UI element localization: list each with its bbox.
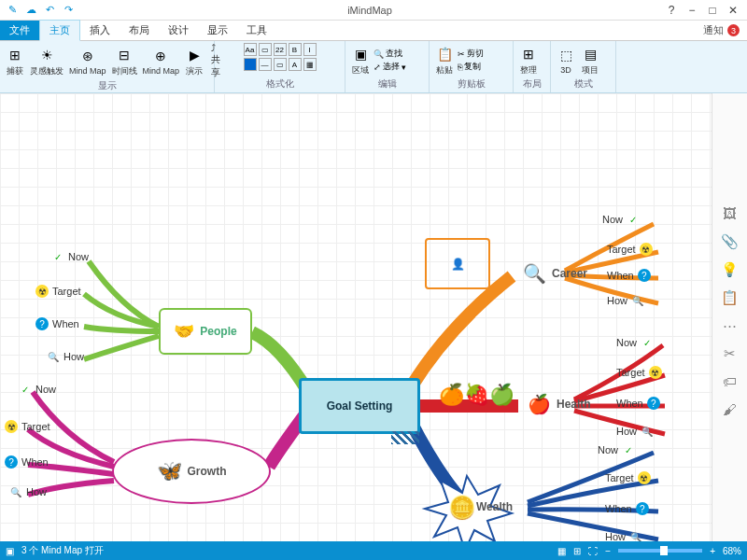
ribbon-group-display: ⊞捕获 ☀灵感触发 ⊛Mind Map ⊟时间线 ⊕Mind Map ▶演示 ⤴…: [0, 41, 215, 92]
ribbon-group-edit: ▣区域 🔍 查找⤢ 选择▾ 编辑: [345, 41, 430, 92]
region-button[interactable]: ▣区域: [349, 44, 372, 77]
branch-health[interactable]: 🍎Health: [518, 387, 600, 421]
ribbon-group-label: 布局: [517, 77, 546, 91]
ribbon-group-arrange: ⊞整理 布局: [514, 41, 551, 92]
ribbon-group-clipboard: 📋粘贴 ✂ 剪切⎘ 复制 剪贴板: [430, 41, 514, 92]
brush-tool-icon[interactable]: 🖌: [721, 401, 740, 420]
status-view2-icon[interactable]: ⊞: [573, 546, 581, 556]
side-toolstrip: 🖼 📎 💡 📋 ⋯ ✂ 🏷 🖌: [712, 93, 747, 541]
ribbon-group-label: 显示: [4, 79, 210, 92]
branch-growth[interactable]: 🦋Growth: [112, 439, 271, 504]
more-tool-icon[interactable]: ⋯: [721, 317, 740, 336]
tab-tools[interactable]: 工具: [237, 21, 276, 40]
menubar: 文件 主页 插入 布局 设计 显示 工具 通知 3: [0, 21, 747, 41]
brainstorm-button[interactable]: ☀灵感触发: [28, 45, 65, 78]
status-fit-icon[interactable]: ⛶: [588, 546, 598, 556]
image-tool-icon[interactable]: 🖼: [721, 205, 740, 224]
zoom-slider[interactable]: [618, 549, 702, 553]
branch-career[interactable]: 🔍Career: [514, 257, 597, 290]
ribbon-group-format: Aa▭22BI —▭A▦ 格式化: [215, 41, 345, 92]
tab-insert[interactable]: 插入: [80, 21, 120, 40]
wealth-image: 🪙: [448, 495, 476, 521]
ribbon-group-label: 模式: [555, 77, 612, 91]
undo-icon[interactable]: ↶: [43, 4, 56, 17]
zoom-value: 68%: [723, 546, 741, 556]
zoom-in-button[interactable]: +: [710, 546, 715, 556]
paste-button[interactable]: 📋粘贴: [433, 44, 456, 77]
attach-tool-icon[interactable]: 📎: [721, 233, 740, 252]
mindmap-canvas[interactable]: Goal Setting 🤝People 🦋Growth 🔍Career 👤 🍎…: [0, 93, 712, 541]
ribbon-group-label: 格式化: [218, 77, 341, 91]
ribbon-group-label: 剪贴板: [433, 77, 509, 91]
notifications[interactable]: 通知 3: [696, 23, 747, 37]
health-image: 🍊🍓🍏: [439, 383, 514, 407]
edit-icon[interactable]: ✎: [6, 4, 19, 17]
ribbon: ⊞捕获 ☀灵感触发 ⊛Mind Map ⊟时间线 ⊕Mind Map ▶演示 ⤴…: [0, 41, 747, 93]
project-button[interactable]: ▤项目: [579, 44, 601, 77]
note-tool-icon[interactable]: 📋: [721, 289, 740, 308]
zoom-out-button[interactable]: −: [605, 546, 611, 556]
tab-layout[interactable]: 布局: [120, 21, 159, 40]
cut-tool-icon[interactable]: ✂: [721, 345, 740, 364]
tab-display[interactable]: 显示: [198, 21, 237, 40]
maximize-button[interactable]: □: [706, 4, 719, 17]
capture-button[interactable]: ⊞捕获: [4, 45, 26, 78]
minimize-button[interactable]: −: [685, 4, 698, 17]
tag-tool-icon[interactable]: 🏷: [721, 373, 740, 392]
mindmap2-button[interactable]: ⊕Mind Map: [141, 46, 182, 77]
help-button[interactable]: ?: [665, 4, 678, 17]
cloud-icon[interactable]: ☁: [24, 4, 37, 17]
titlebar: ✎ ☁ ↶ ↷ iMindMap ? − □ ✕: [0, 0, 747, 21]
file-menu[interactable]: 文件: [0, 21, 39, 40]
ribbon-group-mode: ⬚3D ▤项目 模式: [551, 41, 616, 92]
statusbar: ▣ 3 个 Mind Map 打开 ▦ ⊞ ⛶ − + 68%: [0, 541, 747, 560]
idea-tool-icon[interactable]: 💡: [721, 261, 740, 280]
career-image: 👤: [425, 238, 490, 289]
status-view1-icon[interactable]: ▦: [557, 546, 566, 556]
quick-launch: ✎ ☁ ↶ ↷: [0, 4, 75, 17]
mindmap-button[interactable]: ⊛Mind Map: [67, 46, 108, 77]
notif-badge: 3: [727, 24, 740, 36]
central-node[interactable]: Goal Setting: [299, 378, 420, 434]
status-left: 3 个 Mind Map 打开: [21, 544, 104, 557]
present-button[interactable]: ▶演示: [183, 45, 205, 78]
close-button[interactable]: ✕: [726, 4, 740, 17]
tab-design[interactable]: 设计: [159, 21, 198, 40]
branch-people[interactable]: 🤝People: [159, 308, 252, 355]
3d-button[interactable]: ⬚3D: [555, 45, 577, 76]
arrange-button[interactable]: ⊞整理: [517, 44, 540, 77]
app-title: iMindMap: [75, 5, 665, 16]
window-controls: ? − □ ✕: [665, 4, 747, 17]
ribbon-group-label: 编辑: [349, 77, 425, 91]
timeline-button[interactable]: ⊟时间线: [110, 45, 139, 78]
tab-home[interactable]: 主页: [39, 20, 80, 41]
status-map-icon: ▣: [6, 546, 14, 556]
notif-label: 通知: [703, 23, 724, 37]
redo-icon[interactable]: ↷: [62, 4, 75, 17]
